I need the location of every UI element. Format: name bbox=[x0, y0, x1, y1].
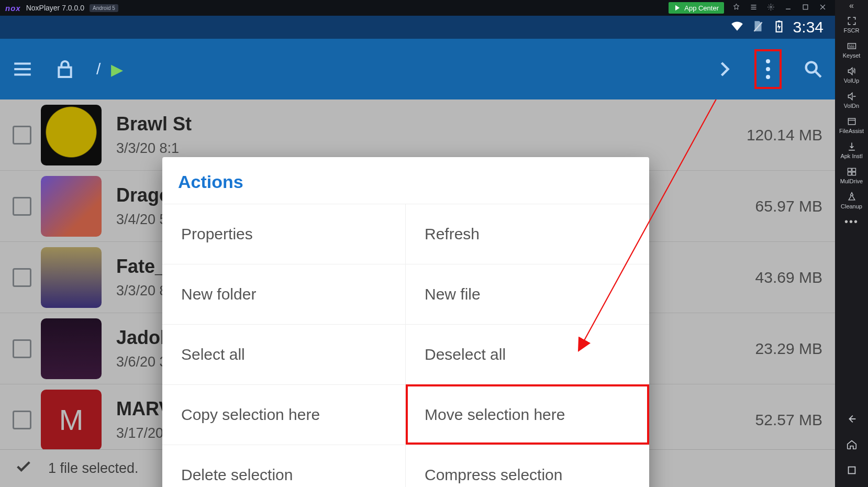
svg-point-12 bbox=[806, 62, 817, 73]
close-icon[interactable] bbox=[819, 3, 827, 13]
svg-rect-20 bbox=[852, 168, 855, 171]
android-status-bar: 3:34 bbox=[0, 16, 835, 39]
action-properties[interactable]: Properties bbox=[162, 204, 406, 264]
search-icon[interactable] bbox=[803, 59, 824, 80]
action-move-selection-here[interactable]: Move selection here bbox=[406, 384, 649, 445]
status-clock: 3:34 bbox=[793, 18, 824, 36]
filemanager-toolbar: / ▶ bbox=[0, 39, 835, 99]
action-new-folder[interactable]: New folder bbox=[162, 264, 406, 324]
window-titlebar: nox NoxPlayer 7.0.0.0 Android 5 App Cent… bbox=[0, 0, 835, 16]
nav-home-icon[interactable] bbox=[846, 439, 858, 452]
nav-back-icon[interactable] bbox=[846, 413, 858, 426]
svg-marker-0 bbox=[675, 5, 680, 11]
dialog-title: Actions bbox=[162, 157, 649, 204]
svg-rect-19 bbox=[848, 168, 851, 171]
svg-rect-18 bbox=[848, 118, 855, 125]
collapse-icon[interactable]: « bbox=[835, 0, 868, 12]
actions-dialog: Actions Properties Refresh New folder Ne… bbox=[162, 157, 649, 487]
chevron-right-icon[interactable] bbox=[715, 60, 733, 79]
svg-point-9 bbox=[766, 59, 770, 63]
side-label: FSCR bbox=[844, 27, 860, 34]
side-apkinstall[interactable]: Apk Instl bbox=[835, 137, 868, 162]
action-refresh[interactable]: Refresh bbox=[406, 204, 649, 264]
svg-rect-3 bbox=[803, 5, 808, 9]
maximize-icon[interactable] bbox=[802, 3, 809, 13]
wifi-icon bbox=[730, 19, 744, 35]
hamburger-icon[interactable] bbox=[12, 58, 34, 80]
nav-recents-icon[interactable] bbox=[846, 464, 858, 478]
svg-rect-15 bbox=[848, 43, 855, 49]
breadcrumb-arrow-icon: ▶ bbox=[111, 60, 123, 79]
nox-sidebar: « FSCR Keyset + VolUp VolDn FileAssist A… bbox=[835, 0, 868, 487]
action-deselect-all[interactable]: Deselect all bbox=[406, 324, 649, 384]
side-fileassist[interactable]: FileAssist bbox=[835, 112, 868, 137]
battery-icon bbox=[772, 19, 786, 35]
svg-point-11 bbox=[766, 75, 770, 79]
side-voldn[interactable]: VolDn bbox=[835, 87, 868, 112]
side-label: VolUp bbox=[844, 78, 859, 84]
side-volup[interactable]: + VolUp bbox=[835, 62, 868, 87]
action-select-all[interactable]: Select all bbox=[162, 324, 406, 384]
pin-icon[interactable] bbox=[732, 3, 740, 13]
sim-icon bbox=[751, 19, 765, 35]
file-list: Brawl St 3/3/20 8:1 120.14 MB Dragon R 3… bbox=[0, 99, 835, 487]
side-label: MulDrive bbox=[840, 178, 863, 184]
side-cleanup[interactable]: Cleanup bbox=[835, 187, 868, 213]
gear-icon[interactable] bbox=[767, 3, 775, 13]
action-new-file[interactable]: New file bbox=[406, 264, 649, 324]
overflow-menu-button[interactable] bbox=[754, 49, 782, 89]
svg-marker-7 bbox=[777, 24, 781, 31]
side-fullscreen[interactable]: FSCR bbox=[835, 12, 868, 37]
lock-icon[interactable] bbox=[54, 59, 75, 80]
side-label: Keyset bbox=[843, 52, 861, 59]
svg-text:+: + bbox=[853, 67, 855, 71]
svg-rect-22 bbox=[852, 172, 855, 175]
android-badge: Android 5 bbox=[90, 4, 118, 12]
svg-line-13 bbox=[816, 72, 821, 77]
svg-rect-23 bbox=[848, 467, 855, 474]
side-label: VolDn bbox=[844, 103, 859, 109]
nox-logo: nox bbox=[5, 4, 21, 13]
side-keyset[interactable]: Keyset bbox=[835, 37, 868, 62]
action-copy-selection-here[interactable]: Copy selection here bbox=[162, 384, 406, 445]
action-compress-selection[interactable]: Compress selection bbox=[406, 445, 649, 487]
minimize-icon[interactable] bbox=[784, 3, 792, 13]
app-center-button[interactable]: App Center bbox=[669, 2, 724, 14]
svg-point-10 bbox=[766, 67, 770, 71]
side-label: Cleanup bbox=[841, 203, 862, 209]
menu-icon[interactable] bbox=[750, 3, 758, 13]
side-label: FileAssist bbox=[839, 128, 864, 134]
product-name: NoxPlayer 7.0.0.0 bbox=[26, 4, 84, 12]
breadcrumb-root[interactable]: / bbox=[96, 60, 101, 78]
svg-rect-6 bbox=[777, 20, 780, 22]
svg-rect-21 bbox=[848, 172, 851, 175]
breadcrumb[interactable]: / ▶ bbox=[96, 60, 123, 79]
svg-rect-8 bbox=[59, 68, 71, 77]
side-more-icon[interactable]: ••• bbox=[844, 213, 859, 231]
svg-point-1 bbox=[770, 6, 772, 8]
side-muldrive[interactable]: MulDrive bbox=[835, 162, 868, 187]
side-label: Apk Instl bbox=[840, 153, 862, 159]
action-delete-selection[interactable]: Delete selection bbox=[162, 445, 406, 487]
app-center-label: App Center bbox=[684, 4, 719, 12]
